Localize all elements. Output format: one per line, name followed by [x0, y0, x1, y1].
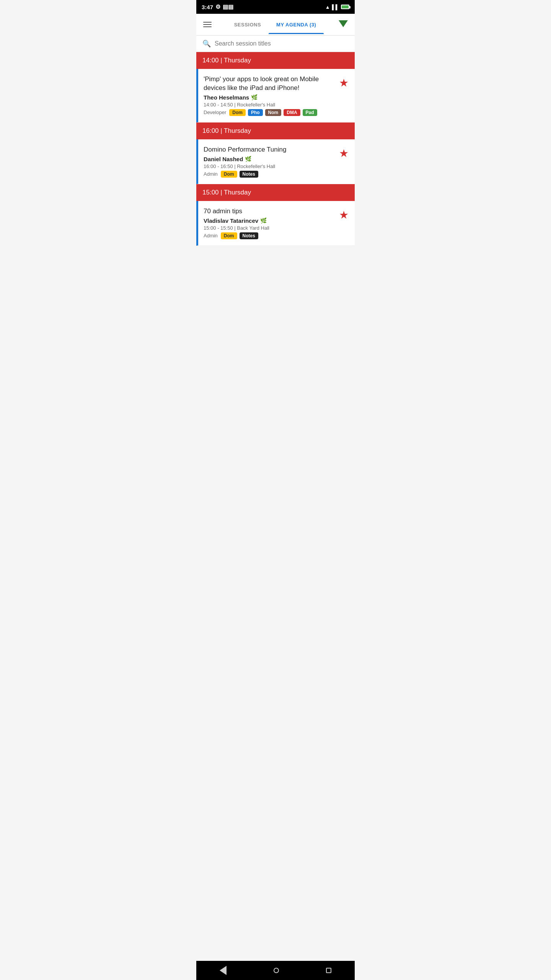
hamburger-line-1 — [203, 22, 212, 23]
status-bar-left: 3:47 ▤ — [202, 3, 233, 10]
search-input[interactable] — [215, 40, 349, 47]
session-time-room-pimp: 14:00 - 14:50 | Rockefeller's Hall — [204, 102, 334, 108]
status-time: 3:47 — [202, 4, 213, 10]
session-info-domino: Domino Performance Tuning Daniel Nashed … — [204, 145, 334, 178]
time-header-1400: 14:00 | Thursday — [196, 52, 355, 69]
tag-pho-pimp: Pho — [248, 109, 263, 116]
lotus-icon-pimp: 🌿 — [251, 94, 258, 100]
session-card-pimp[interactable]: 'Pimp' your apps to look great on Mobile… — [196, 69, 355, 122]
session-info-70tips: 70 admin tips Vladislav Tatarincev 🌿 15:… — [204, 207, 334, 239]
session-title-domino: Domino Performance Tuning — [204, 145, 334, 154]
tab-sessions[interactable]: SESSIONS — [227, 16, 269, 34]
star-button-70tips[interactable]: ★ — [339, 207, 349, 221]
signal-icon: ▌▌ — [332, 4, 339, 10]
time-header-1600: 16:00 | Thursday — [196, 122, 355, 139]
tag-pad-pimp: Pad — [303, 109, 317, 116]
session-meta-70tips: Admin Dom Notes — [204, 232, 334, 239]
star-button-pimp[interactable]: ★ — [339, 75, 349, 89]
gear-icon — [215, 3, 220, 10]
session-speaker-pimp: Theo Heselmans 🌿 — [204, 94, 334, 101]
session-category-70tips: Admin — [204, 233, 218, 238]
tag-dom-70tips: Dom — [221, 232, 237, 239]
session-time-room-70tips: 15:00 - 15:50 | Back Yard Hall — [204, 225, 334, 231]
battery-icon — [341, 5, 349, 9]
filter-button[interactable] — [335, 16, 352, 33]
lotus-icon-70tips: 🌿 — [260, 217, 267, 224]
session-speaker-domino: Daniel Nashed 🌿 — [204, 156, 334, 162]
tag-notes-domino: Notes — [240, 171, 258, 178]
tab-my-agenda[interactable]: MY AGENDA (3) — [269, 16, 324, 34]
header: SESSIONS MY AGENDA (3) — [196, 14, 355, 36]
search-icon: 🔍 — [202, 39, 211, 48]
session-speaker-70tips: Vladislav Tatarincev 🌿 — [204, 217, 334, 224]
hamburger-line-2 — [203, 24, 212, 25]
status-bar-right: ▲ ▌▌ — [325, 4, 349, 10]
session-title-pimp: 'Pimp' your apps to look great on Mobile… — [204, 75, 334, 93]
main-content: 14:00 | Thursday 'Pimp' your apps to loo… — [196, 52, 355, 265]
tabs-row: SESSIONS MY AGENDA (3) — [196, 14, 355, 35]
tabs-container: SESSIONS MY AGENDA (3) — [215, 16, 335, 34]
session-title-70tips: 70 admin tips — [204, 207, 334, 216]
filter-icon — [339, 20, 348, 27]
session-meta-pimp: Developer Dom Pho Nom DMA Pad — [204, 109, 334, 116]
session-category-pimp: Developer — [204, 109, 226, 115]
time-header-1500: 15:00 | Thursday — [196, 184, 355, 201]
wifi-icon: ▲ — [325, 4, 330, 10]
tag-dma-pimp: DMA — [284, 109, 300, 116]
tag-dom-pimp: Dom — [229, 109, 246, 116]
star-button-domino[interactable]: ★ — [339, 145, 349, 160]
tag-notes-70tips: Notes — [240, 232, 258, 239]
hamburger-menu-button[interactable] — [199, 18, 215, 31]
session-card-domino[interactable]: Domino Performance Tuning Daniel Nashed … — [196, 139, 355, 184]
status-bar: 3:47 ▤ ▲ ▌▌ — [196, 0, 355, 14]
search-bar: 🔍 — [196, 36, 355, 52]
session-time-room-domino: 16:00 - 16:50 | Rockefeller's Hall — [204, 163, 334, 169]
session-meta-domino: Admin Dom Notes — [204, 171, 334, 178]
session-info-pimp: 'Pimp' your apps to look great on Mobile… — [204, 75, 334, 116]
hamburger-line-3 — [203, 26, 212, 27]
session-card-70tips[interactable]: 70 admin tips Vladislav Tatarincev 🌿 15:… — [196, 201, 355, 246]
session-category-domino: Admin — [204, 171, 218, 177]
sim-icon: ▤ — [223, 3, 233, 10]
lotus-icon-domino: 🌿 — [245, 156, 251, 162]
tag-nom-pimp: Nom — [265, 109, 282, 116]
tag-dom-domino: Dom — [221, 171, 237, 178]
